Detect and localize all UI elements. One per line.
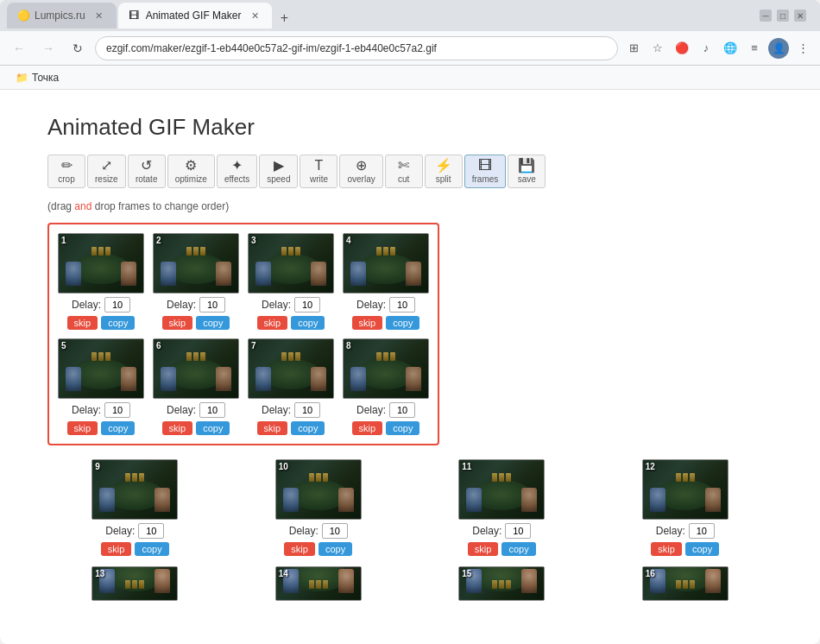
tool-frames[interactable]: 🎞 frames: [464, 155, 507, 188]
tab-close-gif[interactable]: ✕: [248, 9, 262, 22]
frame-thumb-8: 8: [343, 338, 429, 399]
back-button[interactable]: ←: [7, 36, 31, 60]
new-tab-button[interactable]: +: [274, 8, 294, 28]
delay-input-9[interactable]: [138, 523, 164, 539]
copy-button-7[interactable]: copy: [291, 421, 325, 435]
copy-button-9[interactable]: copy: [135, 542, 168, 556]
copy-button-3[interactable]: copy: [291, 316, 325, 330]
skip-button-9[interactable]: skip: [101, 542, 132, 556]
frame-delay-row-6: Delay:: [167, 402, 225, 418]
tab-gif-maker[interactable]: 🎞 Animated GIF Maker ✕: [118, 3, 273, 28]
skip-button-3[interactable]: skip: [257, 316, 288, 330]
copy-button-5[interactable]: copy: [101, 421, 135, 435]
copy-button-12[interactable]: copy: [685, 542, 719, 556]
minimize-button[interactable]: ─: [760, 9, 772, 22]
tool-save[interactable]: 💾 save: [508, 155, 546, 188]
delay-input-12[interactable]: [689, 523, 715, 539]
delay-input-4[interactable]: [389, 297, 415, 313]
frame-delay-row-3: Delay:: [262, 297, 320, 313]
profile-icon[interactable]: 👤: [768, 38, 789, 59]
drag-hint-close: drop frames to change order): [95, 200, 229, 212]
translate-icon[interactable]: ⊞: [623, 38, 644, 59]
frame-cell-12: 12 Delay:skipcopy: [598, 459, 773, 556]
skip-button-10[interactable]: skip: [284, 542, 315, 556]
copy-button-8[interactable]: copy: [386, 421, 419, 435]
skip-button-7[interactable]: skip: [257, 421, 288, 435]
extension-icon3[interactable]: 🌐: [720, 38, 741, 59]
copy-button-11[interactable]: copy: [501, 542, 535, 556]
delay-input-2[interactable]: [199, 297, 225, 313]
extension-icon1[interactable]: 🔴: [672, 38, 692, 59]
frame-number-10: 10: [279, 462, 288, 471]
frame-number-7: 7: [251, 341, 256, 350]
tool-overlay[interactable]: ⊕ overlay: [339, 155, 382, 188]
tool-effects[interactable]: ✦ effects: [217, 155, 257, 188]
maximize-button[interactable]: □: [777, 9, 789, 22]
frame-delay-row-8: Delay:: [356, 402, 415, 418]
copy-button-10[interactable]: copy: [319, 542, 352, 556]
tool-cut[interactable]: ✄ cut: [385, 155, 423, 188]
close-button[interactable]: ✕: [794, 9, 806, 22]
skip-button-8[interactable]: skip: [352, 421, 383, 435]
delay-input-7[interactable]: [294, 402, 320, 418]
delay-label-11: Delay:: [472, 525, 501, 537]
frame-delay-row-2: Delay:: [167, 297, 225, 313]
delay-input-8[interactable]: [389, 402, 415, 418]
frame-thumb-9: 9: [91, 459, 178, 520]
tab-lumpics[interactable]: 🟡 Lumpics.ru ✕: [7, 3, 117, 28]
copy-button-2[interactable]: copy: [196, 316, 230, 330]
delay-label-12: Delay:: [656, 525, 685, 537]
bookmark-tochka[interactable]: 📁 Точка: [10, 70, 64, 85]
bookmark-icon[interactable]: ☆: [647, 38, 668, 59]
refresh-button[interactable]: ↻: [66, 36, 90, 60]
frame-buttons-1: skipcopy: [67, 316, 136, 330]
tool-speed[interactable]: ▶ speed: [259, 155, 298, 188]
tool-write[interactable]: T write: [300, 155, 337, 188]
frame-number-16: 16: [646, 569, 655, 578]
tool-rotate[interactable]: ↺ rotate: [128, 155, 166, 188]
delay-label-5: Delay:: [72, 404, 101, 416]
delay-input-3[interactable]: [294, 297, 320, 313]
delay-input-1[interactable]: [104, 297, 130, 313]
frame-thumb-13: 13: [91, 566, 178, 601]
frame-number-11: 11: [462, 462, 471, 471]
extension-icon2[interactable]: ♪: [696, 38, 716, 59]
forward-button[interactable]: →: [36, 36, 60, 60]
frame-buttons-3: skipcopy: [257, 316, 325, 330]
tool-crop[interactable]: ✏ crop: [47, 155, 85, 188]
page-title: Animated GIF Maker: [47, 114, 773, 141]
frame-thumb-11: 11: [458, 459, 545, 520]
overlay-icon: ⊕: [356, 159, 367, 173]
skip-button-5[interactable]: skip: [67, 421, 98, 435]
tab-close-lumpics[interactable]: ✕: [92, 9, 106, 22]
delay-input-6[interactable]: [199, 402, 225, 418]
address-input[interactable]: [95, 36, 618, 60]
skip-button-11[interactable]: skip: [468, 542, 499, 556]
tool-split[interactable]: ⚡ split: [425, 155, 463, 188]
skip-button-4[interactable]: skip: [352, 316, 383, 330]
delay-label-8: Delay:: [356, 404, 386, 416]
extension-icon4[interactable]: ≡: [744, 38, 765, 59]
frame-cell-2: 2 Delay:skipcopy: [153, 233, 239, 330]
delay-input-11[interactable]: [505, 523, 531, 539]
drag-hint-and: and: [74, 200, 91, 212]
frame-cell-9: 9 Delay:skipcopy: [47, 459, 223, 556]
skip-button-12[interactable]: skip: [651, 542, 682, 556]
tool-optimize[interactable]: ⚙ optimize: [167, 155, 215, 188]
skip-button-2[interactable]: skip: [162, 316, 193, 330]
delay-label-2: Delay:: [167, 299, 196, 311]
delay-input-10[interactable]: [322, 523, 348, 539]
delay-label-7: Delay:: [262, 404, 291, 416]
delay-input-5[interactable]: [104, 402, 130, 418]
skip-button-6[interactable]: skip: [162, 421, 193, 435]
copy-button-4[interactable]: copy: [386, 316, 419, 330]
menu-button[interactable]: ⋮: [792, 38, 813, 59]
effects-icon: ✦: [231, 159, 243, 173]
tab-favicon-gif: 🎞: [129, 9, 141, 22]
frame-number-3: 3: [251, 236, 256, 245]
copy-button-1[interactable]: copy: [101, 316, 135, 330]
tool-resize[interactable]: ⤢ resize: [87, 155, 126, 188]
skip-button-1[interactable]: skip: [67, 316, 98, 330]
copy-button-6[interactable]: copy: [196, 421, 230, 435]
bookmarks-bar: 📁 Точка: [0, 66, 820, 90]
